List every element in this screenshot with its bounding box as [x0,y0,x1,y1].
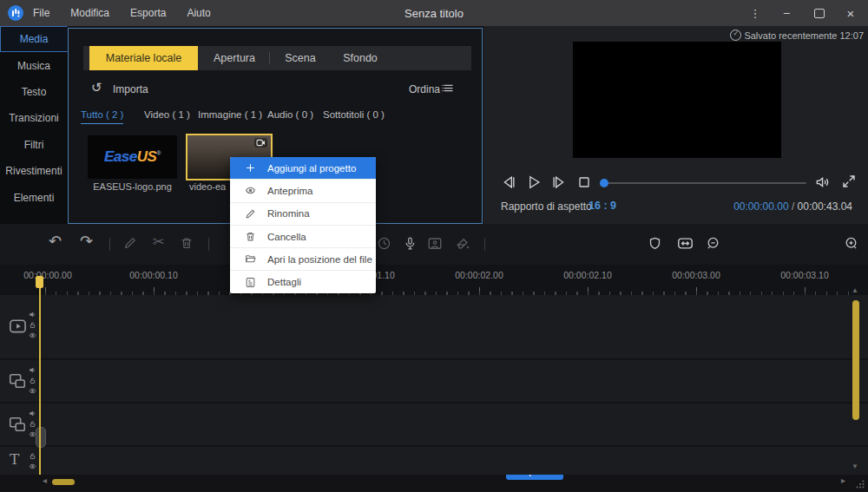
logo-text-ease: Ease [104,148,137,165]
speed-clock-icon[interactable] [377,236,392,252]
sidebar-item-musica[interactable]: Musica [0,52,68,78]
tab-apertura[interactable]: Apertura [205,46,264,70]
playback-progress-bar[interactable] [602,182,806,184]
track-lock-icon[interactable] [29,420,36,428]
redo-icon[interactable]: ↷ [80,233,95,249]
horizontal-scrollbar-thumb[interactable] [52,479,75,485]
edit-pencil-icon[interactable] [123,236,139,252]
marker-shield-icon[interactable] [648,236,663,252]
video-track-icon [8,316,28,336]
import-icon[interactable]: ↺ [91,81,102,94]
chroma-paint-icon[interactable] [455,236,470,252]
menu-modifica[interactable]: Modifica [70,7,109,19]
playhead-line[interactable] [39,285,41,475]
scroll-right-icon[interactable]: ▸ [841,476,845,485]
aspect-ratio-label: Rapporto di aspetto [501,200,592,213]
aspect-ratio-value[interactable]: 16 : 9 [589,200,616,212]
context-menu-item-add-to-project[interactable]: Aggiungi al progetto [230,157,376,179]
folder-icon [245,253,256,265]
undo-icon[interactable]: ↶ [49,233,64,249]
tab-sfondo[interactable]: Sfondo [335,46,385,70]
tab-scena[interactable]: Scena [278,46,323,70]
title-bar: File Modifica Esporta Aiuto Senza titolo… [0,0,868,26]
track-visibility-icon[interactable] [29,462,36,470]
context-menu-item-rename[interactable]: Rinomina [230,202,376,225]
track-lock-icon[interactable] [29,452,36,460]
save-status-text: Salvato recentemente 12:07 [744,30,864,41]
scroll-up-icon[interactable]: ▲ [852,287,858,294]
track-mute-icon[interactable] [29,366,36,374]
trash-icon [245,231,256,242]
track-mute-icon[interactable] [29,410,36,417]
next-frame-button[interactable] [550,174,568,191]
delete-trash-icon[interactable] [180,236,195,252]
overlay-track-2[interactable] [0,403,868,445]
sidebar-item-filtri[interactable]: Filtri [0,132,68,158]
volume-icon[interactable] [814,174,832,191]
playhead-flag[interactable] [36,276,43,288]
context-menu-item-preview[interactable]: Anteprima [230,179,376,201]
vertical-scrollbar-thumb[interactable] [852,300,859,420]
overlay-track-1[interactable] [0,360,868,402]
eye-icon [245,185,256,196]
portrait-screen-icon[interactable] [427,236,443,252]
timecode: 00:00:00.00 / 00:00:43.04 [733,200,852,213]
minimize-icon[interactable]: − [776,0,797,26]
context-menu-item-details[interactable]: Dettagli [230,270,376,292]
details-icon [245,277,256,288]
play-button[interactable] [525,174,542,191]
scroll-left-icon[interactable]: ◂ [43,476,47,485]
fullscreen-icon[interactable] [841,174,858,191]
ruler-label: 00:00:02.00 [455,270,503,280]
sort-list-icon[interactable] [442,82,455,95]
filter-tutto[interactable]: Tutto ( 2 ) [81,109,123,124]
text-track[interactable]: T [0,447,868,475]
timeline-ruler[interactable]: 00:00:00.00 00:00:00.10 00:00:01.00 00:0… [0,265,868,295]
zoom-in-icon[interactable] [844,236,859,252]
ruler-label: 00:00:02.10 [563,270,611,280]
video-viewport [573,42,781,158]
menu-file[interactable]: File [33,7,49,19]
app-logo-icon [8,5,23,21]
playhead-grab-handle[interactable] [36,427,46,448]
filter-audio[interactable]: Audio ( 0 ) [267,109,313,123]
zoom-out-icon[interactable] [706,236,721,252]
context-menu-item-delete[interactable]: Cancella [230,225,376,247]
video-track[interactable] [0,295,868,358]
stop-button[interactable] [575,174,593,191]
sidebar-item-media[interactable]: Media [0,26,68,52]
track-visibility-icon[interactable] [29,387,36,395]
filter-sottotitoli[interactable]: Sottotitoli ( 0 ) [323,109,385,123]
track-mute-icon[interactable] [29,311,36,318]
menu-aiuto[interactable]: Aiuto [187,7,210,19]
track-lock-icon[interactable] [29,321,36,329]
voiceover-mic-icon[interactable] [403,236,418,252]
context-menu: Aggiungi al progetto Anteprima Rinomina … [230,157,376,293]
import-button[interactable]: Importa [113,83,148,95]
scroll-down-icon[interactable]: ▼ [852,463,858,470]
context-menu-item-open-file-location[interactable]: Apri la posizione del file [230,247,376,270]
sidebar-item-rivestimenti[interactable]: Rivestimenti [0,158,68,184]
menu-esporta[interactable]: Esporta [130,7,166,19]
tab-materiale-locale[interactable]: Materiale locale [89,46,198,70]
fit-timeline-icon[interactable] [677,236,693,252]
sidebar-item-transizioni[interactable]: Transizioni [0,105,68,131]
logo-text-us: US [137,148,157,165]
playback-progress-handle[interactable] [600,179,608,187]
track-visibility-icon[interactable] [29,331,36,339]
maximize-icon[interactable] [809,0,830,26]
sidebar-item-elementi[interactable]: Elementi [0,184,68,210]
split-scissors-icon[interactable]: ✂ [153,235,168,251]
previous-frame-button[interactable] [500,174,517,191]
total-time: 00:00:43.04 [798,200,852,213]
track-lock-icon[interactable] [29,377,36,384]
sort-button[interactable]: Ordina [409,83,440,95]
close-icon[interactable]: × [840,0,861,26]
kebab-menu-icon[interactable]: ⋮ [746,0,764,26]
filter-video[interactable]: Video ( 1 ) [144,109,190,123]
filter-immagine[interactable]: Immagine ( 1 ) [198,109,262,123]
media-item-thumbnail-logo[interactable]: EaseUS® [88,135,177,179]
sidebar-item-testo[interactable]: Testo [0,79,68,105]
plus-icon [245,162,256,174]
resize-grip-icon[interactable] [856,480,865,489]
